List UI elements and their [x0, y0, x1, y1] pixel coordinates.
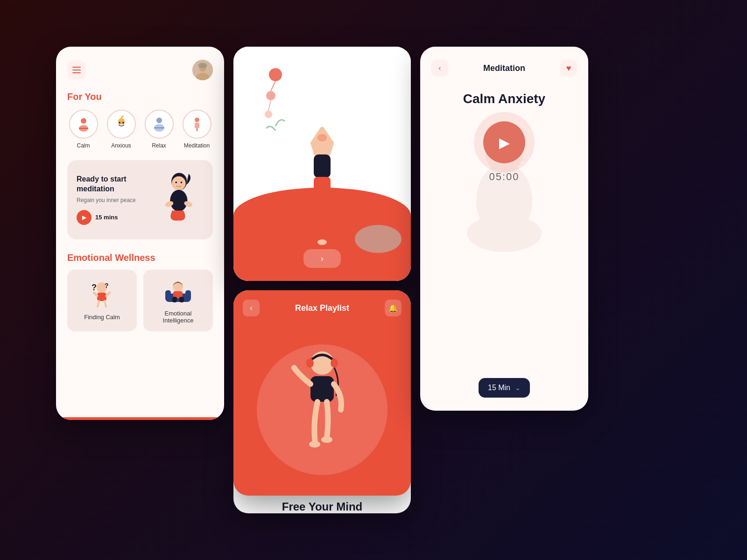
screen-middle: › ‹ Relax Playlist 🔔 — [233, 47, 411, 513]
svg-point-40 — [265, 111, 272, 118]
mood-relax-label: Relax — [152, 142, 166, 149]
yoga-figure — [285, 125, 359, 255]
banner-subtitle: Regain you inner peace — [77, 197, 147, 203]
mood-calm-circle — [69, 110, 98, 139]
mood-calm-label: Calm — [77, 142, 90, 149]
yoga-card: › — [233, 47, 411, 281]
menu-line-2 — [72, 70, 81, 70]
mood-meditation-circle — [183, 110, 211, 139]
playlist-area: ‹ Relax Playlist 🔔 — [233, 290, 411, 496]
screen-right: ‹ Meditation ♥ Calm Anxiety ▶ 05:00 15 M… — [420, 47, 588, 411]
wellness-row: ? ? Finding Calm — [67, 270, 213, 331]
banner-text: Ready to start meditation Regain you inn… — [77, 175, 147, 225]
playlist-illustration — [233, 316, 411, 475]
playlist-back-button[interactable]: ‹ — [243, 300, 260, 316]
svg-point-58 — [309, 441, 320, 448]
svg-rect-50 — [314, 154, 331, 178]
wellness-emotional-intelligence-label: Emotional Intelligence — [149, 310, 207, 324]
wellness-card-emotional-intelligence[interactable]: Emotional Intelligence — [143, 270, 213, 331]
banner-card: Ready to start meditation Regain you inn… — [67, 160, 213, 239]
large-play-button[interactable]: ▶ — [483, 121, 525, 163]
background-shape — [355, 216, 402, 253]
svg-point-62 — [467, 215, 542, 252]
calm-anxiety-title: Calm Anxiety — [431, 91, 577, 106]
finding-calm-icon: ? ? — [89, 281, 115, 309]
mood-relax-circle — [145, 110, 174, 139]
svg-point-43 — [355, 225, 402, 253]
svg-rect-37 — [179, 297, 184, 302]
svg-point-49 — [317, 134, 327, 141]
timer-display: 05:00 — [489, 171, 519, 183]
svg-point-22 — [181, 182, 183, 183]
duration-selector[interactable]: 15 Min ⌄ — [479, 378, 530, 398]
mood-anxious[interactable]: Anxious — [105, 110, 137, 149]
meditation-title: Meditation — [483, 63, 525, 73]
svg-rect-36 — [172, 297, 177, 302]
svg-point-7 — [118, 118, 125, 125]
avatar[interactable] — [192, 60, 213, 80]
emotional-wellness-title: Emotional Wellness — [67, 252, 213, 263]
chevron-down-icon: ⌄ — [515, 384, 521, 392]
svg-point-10 — [156, 118, 162, 123]
svg-rect-24 — [97, 293, 106, 301]
top-bar — [67, 60, 213, 80]
svg-rect-33 — [185, 290, 191, 300]
wellness-card-finding-calm[interactable]: ? ? Finding Calm — [67, 270, 137, 331]
yoga-area: › — [233, 47, 411, 281]
mood-anxious-circle — [107, 110, 136, 139]
screen-left: For You Calm — [56, 47, 224, 420]
menu-line-3 — [72, 72, 81, 73]
svg-point-21 — [175, 182, 177, 183]
svg-point-34 — [173, 281, 183, 292]
playlist-header: ‹ Relax Playlist 🔔 — [233, 290, 411, 316]
svg-point-4 — [81, 118, 86, 124]
duration-label: 15 mins — [95, 214, 118, 221]
svg-line-29 — [98, 301, 99, 307]
banner-title: Ready to start meditation — [77, 175, 147, 194]
svg-line-41 — [271, 81, 275, 91]
menu-line-1 — [72, 67, 81, 68]
play-icon: ▶ — [77, 210, 92, 225]
for-you-title: For You — [67, 91, 213, 102]
svg-point-3 — [198, 63, 207, 68]
svg-line-42 — [268, 100, 271, 111]
play-area: ▶ 05:00 15 Min ⌄ — [431, 121, 577, 398]
svg-text:?: ? — [105, 282, 109, 289]
svg-point-38 — [269, 68, 282, 81]
back-button[interactable]: ‹ — [431, 60, 448, 77]
right-header: ‹ Meditation ♥ — [431, 60, 577, 77]
next-button[interactable]: › — [303, 249, 341, 268]
emotional-intelligence-icon — [163, 277, 193, 305]
play-button-small[interactable]: ▶ 15 mins — [77, 210, 147, 225]
mood-anxious-label: Anxious — [111, 142, 131, 149]
svg-point-56 — [331, 358, 338, 368]
playlist-card: ‹ Relax Playlist 🔔 — [233, 290, 411, 513]
svg-point-55 — [306, 358, 314, 368]
svg-point-9 — [122, 122, 124, 124]
mood-calm[interactable]: Calm — [67, 110, 99, 149]
menu-button[interactable] — [67, 61, 86, 79]
mood-relax[interactable]: Relax — [143, 110, 175, 149]
svg-point-53 — [317, 239, 327, 245]
heart-button[interactable]: ♥ — [560, 60, 577, 77]
bell-button[interactable]: 🔔 — [385, 300, 402, 316]
svg-point-18 — [170, 190, 187, 211]
mood-meditation-label: Meditation — [184, 142, 210, 149]
svg-point-13 — [195, 118, 199, 122]
wellness-finding-calm-label: Finding Calm — [84, 314, 120, 321]
svg-line-30 — [105, 301, 106, 307]
duration-value: 15 Min — [488, 384, 510, 392]
svg-line-28 — [106, 293, 110, 296]
svg-rect-32 — [165, 290, 171, 300]
svg-rect-14 — [195, 123, 199, 128]
playlist-title: Relax Playlist — [295, 303, 349, 313]
svg-line-27 — [94, 293, 97, 296]
svg-rect-57 — [310, 376, 334, 402]
svg-point-8 — [119, 122, 120, 124]
avatar-image — [192, 60, 213, 80]
mood-meditation[interactable]: Meditation — [181, 110, 213, 149]
svg-point-59 — [321, 436, 332, 443]
banner-figure — [152, 169, 204, 230]
svg-point-17 — [172, 176, 186, 190]
svg-text:?: ? — [92, 283, 97, 292]
